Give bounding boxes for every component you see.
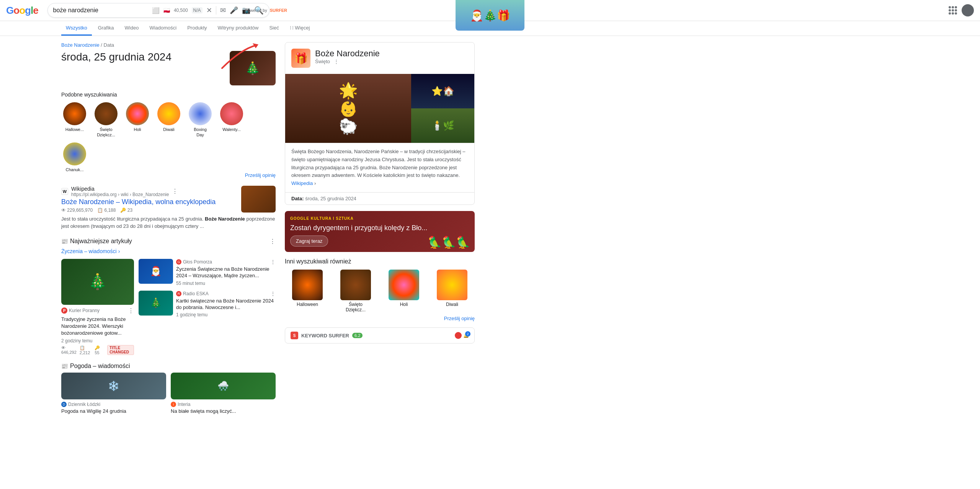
news-menu-2[interactable]: ⋮ bbox=[270, 259, 276, 265]
similar-thumb-swieto bbox=[95, 102, 118, 125]
pogoda-icon: 📰 bbox=[61, 363, 68, 369]
news-link[interactable]: Życzenia – wiadomości › bbox=[61, 248, 276, 254]
close-icon[interactable]: ✕ bbox=[206, 6, 216, 15]
main-content: Boże Narodzenie / Data 🎄 środa, 25 grudn… bbox=[0, 36, 536, 421]
surfer-controls: 🔔 2 bbox=[455, 332, 469, 339]
surfer-notif-btn[interactable]: 🔔 2 bbox=[463, 333, 469, 338]
also-label-diwali2: Diwali bbox=[446, 302, 458, 307]
przeslij-also-btn[interactable]: Prześlij opinię bbox=[285, 316, 475, 321]
similar-label-chanuka: Chanuk... bbox=[65, 167, 83, 172]
similar-thumb-walentynki bbox=[220, 102, 243, 125]
tab-wideo[interactable]: Wideo bbox=[120, 21, 144, 36]
apps-grid[interactable] bbox=[949, 6, 957, 15]
news-menu-1[interactable]: ⋮ bbox=[128, 307, 134, 314]
news-item-3-content: R Radio ESKA ⋮ Kartki świąteczne na Boże… bbox=[176, 291, 276, 318]
na-badge: N/A bbox=[192, 7, 203, 13]
tab-witryny[interactable]: Witryny produktów bbox=[213, 21, 263, 36]
pogoda-dot-1: D bbox=[61, 402, 67, 407]
also-label-holi2: Holi bbox=[400, 302, 408, 307]
pogoda-thumb-2: 🌨️ bbox=[171, 373, 276, 399]
flag-icon: 🇵🇱 bbox=[163, 7, 170, 13]
news-item-2: 🎅 G Głos Pomorza ⋮ Życzenia Świąteczne n… bbox=[139, 259, 276, 286]
news-main-thumb: 🎄 bbox=[61, 259, 134, 305]
kp-data-label: Data: bbox=[291, 196, 304, 201]
tab-more[interactable]: ⁝ ⁝ Więcej bbox=[285, 21, 315, 36]
kp-description: Święta Bożego Narodzenia, Narodzenie Pań… bbox=[285, 143, 474, 192]
knowledge-panel: 🎁 Boże Narodzenie Święto ⋮ 🌟👶🐑 ⭐🏠 🕯️🌿 Św… bbox=[285, 42, 475, 205]
similar-label-walentynki: Walenty... bbox=[222, 127, 241, 132]
kp-title-area: Boże Narodzenie Święto ⋮ bbox=[315, 49, 380, 64]
similar-item-walentynki[interactable]: Walenty... bbox=[218, 102, 245, 138]
clear-icon[interactable]: ⬜ bbox=[152, 7, 160, 14]
search-input[interactable] bbox=[53, 7, 149, 14]
breadcrumb-link[interactable]: Boże Narodzenie bbox=[61, 42, 100, 48]
news-source-row-3: R Radio ESKA ⋮ bbox=[176, 291, 276, 297]
similar-label-swieto: ŚwiętoDziękcz... bbox=[97, 127, 115, 138]
wikipedia-result: W Wikipedia https://pl.wikipedia.org › w… bbox=[61, 186, 276, 230]
tab-wiadomosci[interactable]: Wiadomości bbox=[145, 21, 181, 36]
similar-searches-section: Podobne wyszukiwania Hallowe... ŚwiętoDz… bbox=[61, 92, 276, 178]
przeslij-opinie-btn[interactable]: Prześlij opinię bbox=[61, 172, 276, 178]
result-snippet: Jest to stała uroczystość liturgiczna pr… bbox=[61, 215, 276, 230]
news-menu-3[interactable]: ⋮ bbox=[270, 291, 276, 297]
also-item-holi2[interactable]: Holi bbox=[381, 270, 426, 312]
source-menu[interactable]: ⋮ bbox=[172, 188, 178, 195]
articles-menu[interactable]: ⋮ bbox=[270, 238, 276, 245]
kp-header: 🎁 Boże Narodzenie Święto ⋮ bbox=[285, 43, 474, 74]
similar-item-diwali[interactable]: Diwali bbox=[155, 102, 182, 138]
similar-item-chanuka[interactable]: Chanuk... bbox=[61, 142, 88, 172]
arts-play-btn[interactable]: Zagraj teraz bbox=[290, 236, 328, 247]
also-item-diwali2[interactable]: Diwali bbox=[430, 270, 475, 312]
user-avatar[interactable] bbox=[962, 4, 974, 16]
pogoda-source-2: i Interia bbox=[171, 402, 276, 407]
kp-data-row: Data: środa, 25 grudnia 2024 bbox=[285, 192, 474, 204]
mail-icon[interactable]: ✉ bbox=[220, 6, 226, 15]
stat-refs: 📋 6,188 bbox=[97, 208, 116, 213]
also-title: Inni wyszukiwali również bbox=[285, 258, 475, 265]
surfer-notif-count: 2 bbox=[465, 331, 470, 337]
wikipedia-thumb bbox=[241, 186, 276, 213]
also-item-swieto2[interactable]: ŚwiętoDziękcz... bbox=[333, 270, 378, 312]
news-time-1: 2 godziny temu bbox=[61, 338, 134, 343]
pogoda-section: 📰 Pogoda – wiadomości ❄️ D Dziennik Łódz… bbox=[61, 363, 276, 415]
kp-wiki-link[interactable]: Wikipedia bbox=[291, 180, 313, 186]
news-source-label-1: Kurier Poranny bbox=[69, 308, 100, 313]
search-bar[interactable]: ⬜ 🇵🇱 40,500 N/A ✕ ✉ 🎤 📷 🔍 bbox=[47, 3, 270, 18]
also-label-halloween: Halloween bbox=[297, 302, 318, 307]
kp-menu[interactable]: ⋮ bbox=[334, 59, 339, 64]
surfer-logo: S bbox=[291, 332, 298, 339]
source-url: https://pl.wikipedia.org › wiki › Boze_N… bbox=[71, 192, 169, 197]
articles-section: 📰 Najważniejsze artykuły ⋮ Życzenia – wi… bbox=[61, 238, 276, 355]
main-image: 🎄 bbox=[230, 51, 276, 85]
news-title-2: Życzenia Świąteczne na Boże Narodzenie 2… bbox=[176, 266, 276, 279]
arts-card[interactable]: GOOGLE KULTURA I SZTUKA Zostań dyrygente… bbox=[285, 211, 475, 252]
surfer-bar: S KEYWORD SURFER 6.2 🔔 2 bbox=[285, 327, 475, 343]
kp-images: 🌟👶🐑 ⭐🏠 🕯️🌿 bbox=[285, 74, 474, 143]
similar-thumb-halloween bbox=[63, 102, 86, 125]
also-item-halloween[interactable]: Halloween bbox=[285, 270, 330, 312]
similar-label-diwali: Diwali bbox=[163, 127, 174, 132]
news-item-3: 🎄 R Radio ESKA ⋮ Kartki świąteczne na Bo… bbox=[139, 291, 276, 318]
tab-produkty[interactable]: Produkty bbox=[183, 21, 211, 36]
similar-item-halloween[interactable]: Hallowe... bbox=[61, 102, 88, 138]
articles-title: 📰 Najważniejsze artykuły bbox=[61, 238, 132, 245]
pogoda-dot-2: i bbox=[171, 402, 176, 407]
news-main-item: 🎄 P Kurier Poranny ⋮ Tradycyjne życzenia… bbox=[61, 259, 134, 355]
mic-icon[interactable]: 🎤 bbox=[230, 6, 238, 15]
news-source-dot-1: P bbox=[61, 307, 67, 314]
breadcrumb-separator: / bbox=[101, 42, 103, 48]
similar-item-boxing[interactable]: BoxingDay bbox=[187, 102, 214, 138]
similar-item-holi[interactable]: Holi bbox=[124, 102, 151, 138]
right-column: 🎁 Boże Narodzenie Święto ⋮ 🌟👶🐑 ⭐🏠 🕯️🌿 Św… bbox=[285, 42, 475, 415]
main-image-card[interactable]: 🎄 bbox=[230, 51, 276, 85]
kp-title: Boże Narodzenie bbox=[315, 49, 380, 59]
tab-siec[interactable]: Sieć bbox=[265, 21, 283, 36]
similar-thumb-diwali bbox=[157, 102, 180, 125]
surfer-red-btn[interactable] bbox=[455, 332, 462, 339]
tab-grafika[interactable]: Grafika bbox=[93, 21, 119, 36]
news-stat-refs-1: 📋 2,212 bbox=[80, 345, 92, 355]
similar-item-swieto[interactable]: ŚwiętoDziękcz... bbox=[93, 102, 119, 138]
similar-thumb-holi bbox=[126, 102, 149, 125]
tab-wszystko[interactable]: Wszystko bbox=[61, 21, 92, 36]
news-title-3: Kartki świąteczne na Boże Narodzenie 202… bbox=[176, 298, 276, 311]
